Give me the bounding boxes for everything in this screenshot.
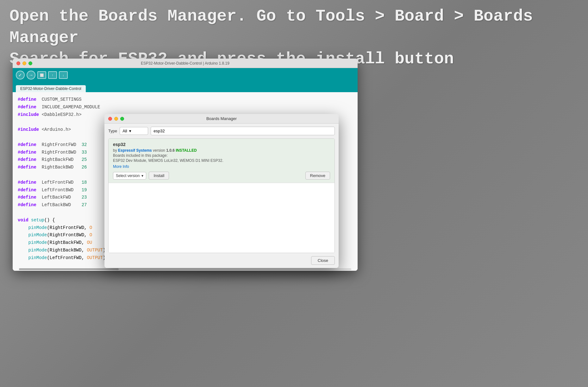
bm-results-area: esp32 by Espressif Systems version 1.0.6…: [108, 138, 335, 253]
code-line-1: #define CUSTOM_SETTINGS: [18, 96, 353, 104]
instruction-text-line1: Open the Boards Manager. Go to Tools > B…: [9, 6, 579, 48]
author-prefix: by: [113, 148, 118, 153]
boards-manager-titlebar: Boards Manager: [104, 114, 339, 124]
horizontal-scrollbar[interactable]: [19, 268, 351, 270]
bm-maximize-traffic[interactable]: [120, 117, 124, 121]
version-text: version: [153, 148, 166, 153]
boards-manager-dialog: Boards Manager Type All ▾ esp32 by Espre…: [104, 114, 339, 268]
arduino-titlebar: ESP32-Motor-Driver-Dabble-Control | Ardu…: [13, 59, 358, 68]
active-tab[interactable]: ESP32-Motor-Driver-Dabble-Control: [16, 85, 86, 92]
close-button[interactable]: [16, 61, 20, 65]
bm-close-traffic[interactable]: [108, 117, 112, 121]
type-label: Type: [108, 129, 117, 133]
bm-footer: Close: [104, 253, 339, 268]
type-select[interactable]: All ▾: [120, 127, 148, 135]
boards-prefix: Boards included in this package:: [113, 153, 330, 158]
arduino-tabs: ESP32-Motor-Driver-Dabble-Control: [13, 82, 358, 92]
scrollbar-thumb: [19, 268, 119, 270]
esp32-result-item: esp32 by Espressif Systems version 1.0.6…: [109, 139, 335, 183]
select-version-chevron: ▾: [141, 174, 143, 178]
version-number: 1.0.6: [166, 148, 175, 153]
more-info-link[interactable]: More Info: [113, 164, 129, 169]
install-button[interactable]: Install: [149, 172, 169, 180]
type-select-value: All: [122, 129, 127, 133]
select-version-label: Select version: [116, 174, 140, 178]
verify-button[interactable]: ✓: [16, 71, 25, 79]
minimize-button[interactable]: [22, 61, 26, 65]
bm-window-controls: [108, 117, 124, 121]
open-button[interactable]: ↑: [48, 71, 57, 79]
author-name[interactable]: Espressif Systems: [118, 148, 152, 153]
arduino-window-title: ESP32-Motor-Driver-Dabble-Control | Ardu…: [141, 61, 229, 66]
new-button[interactable]: ⬜: [37, 71, 46, 79]
code-line-2: #define INCLUDE_GAMEPAD_MODULE: [18, 104, 353, 111]
boards-list: ESP32 Dev Module, WEMOS LoLin32, WEMOS D…: [113, 158, 330, 163]
result-author: by Espressif Systems version 1.0.6 INSTA…: [113, 148, 330, 153]
bm-search-row: Type All ▾: [104, 124, 339, 138]
search-input[interactable]: [151, 127, 335, 135]
window-controls: [16, 61, 32, 65]
select-version-dropdown[interactable]: Select version ▾: [113, 172, 146, 180]
type-select-chevron: ▾: [129, 129, 131, 133]
boards-manager-title: Boards Manager: [206, 116, 237, 121]
result-title: esp32: [113, 142, 330, 147]
maximize-button[interactable]: [28, 61, 32, 65]
upload-button[interactable]: →: [27, 71, 35, 79]
save-button[interactable]: ↓: [59, 71, 68, 79]
bm-close-button[interactable]: Close: [311, 256, 335, 265]
arduino-toolbar: ✓ → ⬜ ↑ ↓: [13, 68, 358, 82]
result-actions: Select version ▾ Install Remove: [113, 172, 330, 180]
bm-empty-results: [109, 183, 335, 253]
remove-button[interactable]: Remove: [305, 172, 330, 180]
bm-minimize-traffic[interactable]: [114, 117, 118, 121]
installed-badge: INSTALLED: [176, 148, 197, 153]
